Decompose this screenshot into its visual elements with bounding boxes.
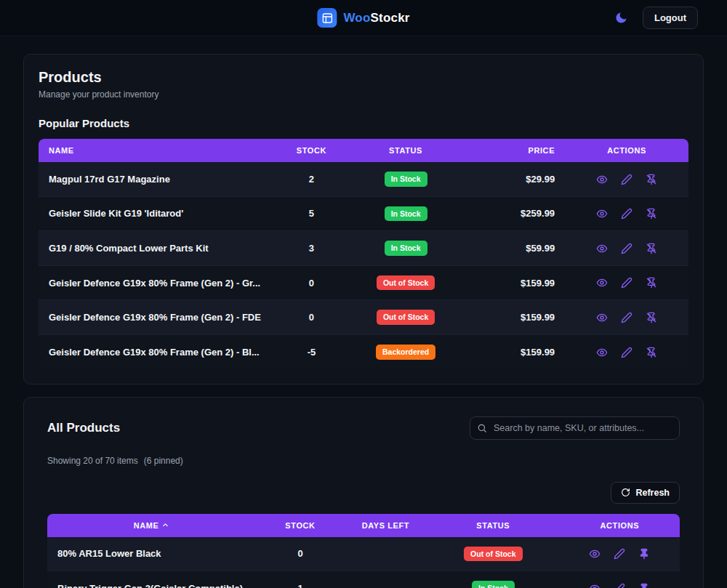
view-icon[interactable]	[596, 243, 608, 254]
results-count: Showing 20 of 70 items(6 pinned)	[47, 456, 680, 466]
theme-toggle-button[interactable]	[612, 9, 631, 28]
pin-icon[interactable]	[638, 548, 650, 560]
all-table-header-row: Name Stock Days Left Status Actions	[47, 514, 680, 537]
unpin-icon[interactable]	[646, 243, 657, 254]
status-badge: Out of Stock	[464, 547, 522, 562]
column-header-days-left[interactable]: Days Left	[345, 514, 427, 537]
table-row: Binary Trigger Gen 3(Geisler Compatible)…	[47, 571, 680, 588]
status-cell: Out of Stock	[427, 537, 560, 571]
stock-value: -5	[279, 334, 344, 368]
unpin-icon[interactable]	[646, 347, 657, 358]
logout-button[interactable]: Logout	[643, 7, 698, 29]
page-subtitle: Manage your product inventory	[39, 89, 688, 100]
status-badge: In Stock	[472, 581, 515, 588]
column-header-status[interactable]: Status	[427, 514, 560, 537]
stock-value: 3	[279, 231, 344, 266]
status-badge: Out of Stock	[377, 275, 435, 291]
table-row: Magpul 17rd G17 Magazine2In Stock$29.99	[39, 162, 688, 196]
product-name-cell: Binary Trigger Gen 3(Geisler Compatible)	[47, 571, 256, 588]
moon-icon	[614, 11, 628, 25]
stock-value: 2	[279, 162, 344, 196]
price-value: $29.99	[467, 162, 565, 196]
edit-icon[interactable]	[614, 548, 625, 560]
view-icon[interactable]	[596, 174, 608, 185]
refresh-icon	[621, 488, 630, 497]
status-cell: Backordered	[344, 334, 467, 368]
product-name: Geisler Defence G19x 80% Frame (Gen 2) -…	[39, 300, 279, 335]
status-cell: In Stock	[344, 162, 467, 196]
column-header-stock[interactable]: Stock	[279, 139, 344, 162]
table-row: Geisler Slide Kit G19 'Iditarod'5In Stoc…	[39, 196, 688, 231]
brand-name: WooStockr	[343, 11, 409, 25]
product-name-cell: 80% AR15 Lower Black	[47, 537, 256, 571]
price-value: $159.99	[467, 334, 565, 368]
popular-products-title: Popular Products	[39, 117, 688, 129]
status-cell: In Stock	[344, 196, 467, 231]
status-cell: In Stock	[427, 571, 560, 588]
view-icon[interactable]	[589, 548, 601, 560]
search-input[interactable]	[470, 416, 680, 440]
days-left-value	[345, 571, 427, 588]
stock-value: 0	[279, 265, 344, 300]
stock-value: 0	[279, 300, 344, 335]
row-actions	[565, 231, 688, 266]
price-value: $159.99	[467, 300, 565, 335]
brand: WooStockr	[317, 8, 409, 28]
stock-value: 1	[256, 571, 345, 588]
column-header-status[interactable]: Status	[344, 139, 467, 162]
edit-icon[interactable]	[621, 174, 632, 185]
page-title: Products	[39, 69, 688, 86]
unpin-icon[interactable]	[646, 277, 657, 289]
column-header-stock[interactable]: Stock	[256, 514, 345, 537]
pin-icon[interactable]	[638, 583, 650, 588]
edit-icon[interactable]	[621, 277, 632, 289]
main-content: Products Manage your product inventory P…	[0, 36, 727, 588]
table-row: G19 / 80% Compact Lower Parts Kit3In Sto…	[39, 231, 688, 266]
edit-icon[interactable]	[621, 312, 632, 323]
status-badge: In Stock	[385, 172, 427, 187]
view-icon[interactable]	[589, 583, 601, 588]
topbar-actions: Logout	[612, 7, 698, 29]
unpin-icon[interactable]	[646, 312, 657, 323]
all-products-table: Name Stock Days Left Status Actions 80% …	[47, 514, 680, 588]
unpin-icon[interactable]	[646, 208, 657, 220]
edit-icon[interactable]	[621, 208, 632, 220]
row-actions	[565, 196, 688, 231]
product-name: Geisler Slide Kit G19 'Iditarod'	[39, 196, 279, 231]
column-header-name[interactable]: Name	[47, 514, 256, 537]
column-header-actions[interactable]: Actions	[560, 514, 680, 537]
product-name: Magpul 17rd G17 Magazine	[39, 162, 279, 196]
edit-icon[interactable]	[621, 243, 632, 254]
product-name: Geisler Defence G19x 80% Frame (Gen 2) -…	[39, 334, 279, 368]
price-value: $159.99	[467, 265, 565, 300]
all-products-title: All Products	[47, 421, 120, 435]
unpin-icon[interactable]	[646, 174, 657, 185]
view-icon[interactable]	[596, 347, 608, 358]
edit-icon[interactable]	[614, 583, 625, 588]
product-name: Geisler Defence G19x 80% Frame (Gen 2) -…	[39, 265, 279, 300]
table-row: Geisler Defence G19x 80% Frame (Gen 2) -…	[39, 334, 688, 368]
status-badge: In Stock	[385, 241, 427, 256]
view-icon[interactable]	[596, 208, 608, 220]
showing-text: Showing 20 of 70 items	[47, 456, 138, 466]
status-cell: In Stock	[344, 231, 467, 266]
table-row: 80% AR15 Lower Black0Out of Stock	[47, 537, 680, 571]
status-cell: Out of Stock	[344, 300, 467, 335]
row-actions	[560, 537, 680, 571]
all-products-table-wrap: Name Stock Days Left Status Actions 80% …	[47, 514, 680, 588]
refresh-button[interactable]: Refresh	[611, 482, 680, 504]
refresh-label: Refresh	[635, 488, 670, 498]
stock-value: 0	[256, 537, 345, 571]
view-icon[interactable]	[596, 312, 608, 323]
pinned-count: (6 pinned)	[144, 456, 183, 466]
column-header-actions[interactable]: Actions	[565, 139, 688, 162]
column-header-price[interactable]: Price	[467, 139, 565, 162]
edit-icon[interactable]	[621, 347, 632, 358]
column-header-name[interactable]: Name	[39, 139, 279, 162]
table-row: Geisler Defence G19x 80% Frame (Gen 2) -…	[39, 265, 688, 300]
table-row: Geisler Defence G19x 80% Frame (Gen 2) -…	[39, 300, 688, 335]
status-badge: Out of Stock	[377, 310, 435, 325]
product-name: G19 / 80% Compact Lower Parts Kit	[39, 231, 279, 266]
view-icon[interactable]	[596, 277, 608, 289]
price-value: $59.99	[467, 231, 565, 266]
